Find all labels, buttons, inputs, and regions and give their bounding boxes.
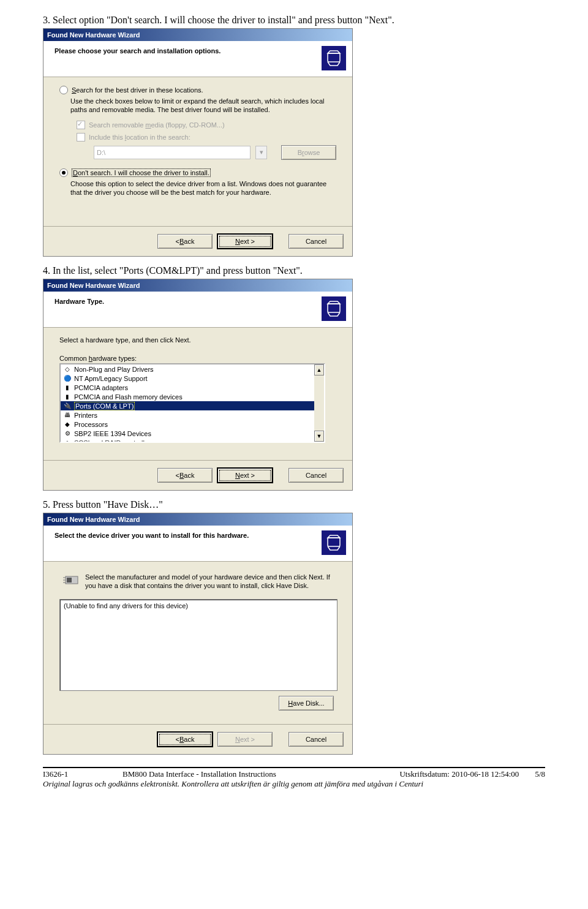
wizard-dialog-1: Found New Hardware Wizard Please choose … [43, 28, 353, 257]
cpu-icon: ◆ [63, 420, 72, 429]
hardware-chip-icon [63, 573, 80, 586]
titlebar: Found New Hardware Wizard [43, 279, 352, 292]
checkbox-removable-media: Search removable media (floppy, CD-ROM..… [77, 121, 336, 129]
radio-icon [59, 168, 68, 177]
scrollbar[interactable]: ▲ ▼ [314, 364, 324, 442]
page-number: 5/8 [535, 769, 545, 779]
device-icon: ⚙ [63, 429, 72, 438]
opt1-description: Use the check boxes below to limit or ex… [70, 97, 336, 115]
wizard-header: Hardware Type. [43, 292, 352, 328]
back-button[interactable]: < Back [157, 732, 213, 747]
step-3-text: 3. Select option "Don't search. I will c… [43, 15, 545, 26]
printer-icon: 🖶 [63, 411, 72, 420]
location-path-input: D:\ [94, 146, 251, 159]
empty-text: (Unable to find any drivers for this dev… [64, 602, 188, 609]
device-icon: ◇ [63, 365, 72, 374]
prompt-text: Select a hardware type, and then click N… [59, 336, 336, 344]
cancel-button[interactable]: Cancel [288, 468, 344, 483]
list-item-selected[interactable]: 🔌Ports (COM & LPT) [61, 401, 314, 410]
list-item[interactable]: ◇SCSI and RAID controllers [61, 438, 314, 443]
ports-icon: 🔌 [63, 402, 72, 410]
device-icon: ◇ [63, 439, 72, 443]
footer-note: Original lagras och godkänns elektronisk… [43, 779, 545, 789]
next-button[interactable]: Next > [217, 468, 273, 483]
scroll-up-icon[interactable]: ▲ [314, 364, 324, 375]
list-item[interactable]: 🔵NT Apm/Legacy Support [61, 374, 314, 383]
step-4-text: 4. In the list, select "Ports (COM&LPT)"… [43, 265, 545, 276]
radio-icon [59, 86, 68, 94]
back-button[interactable]: < Back [157, 234, 213, 249]
checkbox-include-location: Include this location in the search: [77, 133, 336, 141]
button-bar: < Back Next > Cancel [43, 724, 352, 754]
svg-rect-7 [67, 578, 72, 583]
scroll-track[interactable] [314, 375, 324, 431]
wizard-device-icon [322, 46, 346, 70]
radio-label: earch for the best driver in these locat… [76, 86, 203, 94]
header-text: Hardware Type. [55, 298, 104, 305]
wizard-device-icon [322, 296, 346, 321]
titlebar: Found New Hardware Wizard [43, 29, 352, 41]
cancel-button[interactable]: Cancel [288, 732, 344, 747]
button-bar: < Back Next > Cancel [43, 226, 352, 256]
device-icon: ▮ [63, 383, 72, 392]
doc-id: I3626-1 [43, 769, 123, 779]
list-item[interactable]: ◆Processors [61, 420, 314, 429]
next-button[interactable]: Next > [217, 234, 273, 249]
scroll-down-icon[interactable]: ▼ [314, 431, 324, 442]
titlebar: Found New Hardware Wizard [43, 513, 352, 526]
hardware-types-listbox[interactable]: ◇Non-Plug and Play Drivers 🔵NT Apm/Legac… [59, 363, 325, 443]
list-item[interactable]: ▮PCMCIA and Flash memory devices [61, 392, 314, 401]
radio-search-best-driver[interactable]: Search for the best driver in these loca… [59, 86, 336, 94]
checkbox-icon [77, 121, 85, 129]
list-item[interactable]: ⚙SBP2 IEEE 1394 Devices [61, 429, 314, 438]
dropdown-icon: ▾ [255, 146, 267, 159]
doc-title: BM800 Data Interface - Installation Inst… [123, 769, 399, 779]
list-item[interactable]: ◇Non-Plug and Play Drivers [61, 364, 314, 374]
print-date: Utskriftsdatum: 2010-06-18 12:54:00 [399, 769, 519, 779]
wizard-device-icon [322, 530, 346, 555]
svg-rect-2 [322, 296, 346, 321]
list-item[interactable]: 🖶Printers [61, 410, 314, 420]
driver-list: (Unable to find any drivers for this dev… [59, 599, 337, 691]
svg-rect-0 [322, 46, 346, 70]
cancel-button[interactable]: Cancel [288, 234, 344, 249]
page-footer: I3626-1 BM800 Data Interface - Installat… [43, 767, 545, 789]
device-icon: ▮ [63, 393, 72, 401]
info-text: Select the manufacturer and model of you… [85, 573, 336, 590]
next-button: Next > [217, 732, 273, 747]
wizard-header: Please choose your search and installati… [43, 41, 352, 77]
wizard-dialog-2: Found New Hardware Wizard Hardware Type.… [43, 279, 353, 491]
device-icon: 🔵 [63, 374, 72, 383]
browse-button: Browse [281, 145, 336, 160]
svg-rect-4 [322, 530, 346, 555]
button-bar: < Back Next > Cancel [43, 460, 352, 490]
list-item[interactable]: ▮PCMCIA adapters [61, 383, 314, 392]
step-5-text: 5. Press button "Have Disk…" [43, 499, 545, 510]
radio-dont-search[interactable]: Don't search. I will choose the driver t… [59, 168, 336, 177]
checkbox-icon [77, 133, 85, 141]
header-text: Select the device driver you want to ins… [55, 532, 249, 539]
back-button[interactable]: < Back [157, 468, 213, 483]
wizard-dialog-3: Found New Hardware Wizard Select the dev… [43, 513, 353, 755]
have-disk-button[interactable]: Have Disk... [279, 696, 334, 711]
listbox-caption: Common hardware types: [59, 355, 336, 362]
wizard-header: Select the device driver you want to ins… [43, 526, 352, 562]
header-text: Please choose your search and installati… [55, 47, 221, 55]
opt2-description: Choose this option to select the device … [70, 179, 336, 197]
